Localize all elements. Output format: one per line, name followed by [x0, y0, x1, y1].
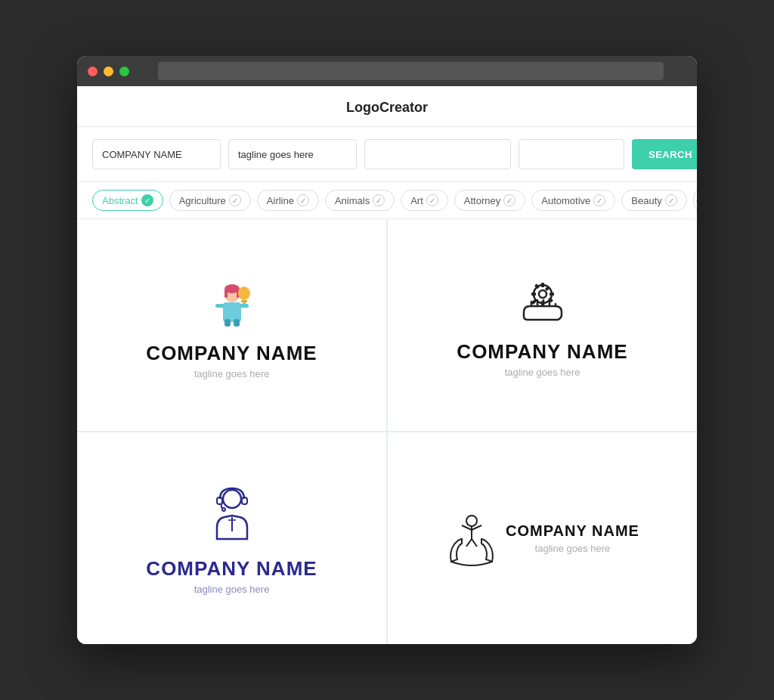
logo-card-4[interactable]: COMPANY NAME tagline goes here: [388, 432, 697, 644]
svg-rect-17: [531, 293, 536, 296]
svg-rect-0: [223, 302, 241, 322]
svg-rect-15: [541, 283, 544, 287]
agriculture-label: Agriculture: [179, 195, 226, 206]
category-automotive[interactable]: Automotive ✓: [531, 190, 615, 211]
agriculture-check-icon: ✓: [229, 194, 241, 206]
titlebar: [77, 56, 697, 86]
abstract-check-icon: ✓: [141, 194, 153, 206]
svg-point-14: [539, 290, 546, 298]
svg-rect-8: [243, 287, 245, 290]
tagline-input[interactable]: [228, 139, 357, 169]
category-bar: Abstract ✓ Agriculture ✓ Airline ✓ Anima…: [77, 182, 697, 219]
logo-grid: COMPANY NAME tagline goes here: [77, 219, 697, 644]
category-airline[interactable]: Airline ✓: [257, 190, 319, 211]
svg-line-38: [466, 539, 472, 547]
automotive-label: Automotive: [541, 195, 590, 206]
logo-1-tagline: tagline goes here: [194, 368, 270, 379]
art-label: Art: [410, 195, 423, 206]
svg-rect-18: [550, 293, 554, 296]
search-input-4[interactable]: [519, 139, 624, 169]
logo-1-company-name: COMPANY NAME: [146, 342, 317, 365]
category-abstract[interactable]: Abstract ✓: [92, 190, 163, 211]
category-animals[interactable]: Animals ✓: [325, 190, 395, 211]
minimize-button[interactable]: [104, 67, 113, 76]
search-button[interactable]: SEARCH: [632, 139, 697, 169]
animals-label: Animals: [335, 195, 370, 206]
airline-label: Airline: [267, 195, 294, 206]
svg-rect-9: [215, 304, 224, 308]
svg-rect-11: [224, 319, 231, 327]
svg-line-39: [472, 539, 477, 547]
logo-card-3[interactable]: COMPANY NAME tagline goes here: [77, 432, 386, 644]
abstract-label: Abstract: [102, 195, 138, 206]
girl-bell-icon: [202, 271, 262, 331]
logo-3-company-name: COMPANY NAME: [146, 557, 317, 581]
maximize-button[interactable]: [119, 67, 129, 76]
logo-4-text-block: COMPANY NAME tagline goes here: [506, 522, 639, 554]
animals-check-icon: ✓: [373, 194, 385, 206]
category-beauty[interactable]: Beauty ✓: [621, 190, 686, 211]
address-bar: [158, 62, 664, 80]
gear-hand-icon: [509, 273, 577, 330]
beauty-check-icon: ✓: [665, 194, 677, 206]
logo-2-tagline: tagline goes here: [505, 367, 580, 378]
category-agriculture[interactable]: Agriculture ✓: [169, 190, 251, 211]
logo-4-tagline: tagline goes here: [506, 543, 639, 554]
app-title: LogoCreator: [77, 86, 697, 127]
person-hands-icon: [445, 510, 498, 567]
logo-card-1[interactable]: COMPANY NAME tagline goes here: [77, 219, 386, 431]
svg-rect-22: [544, 286, 550, 291]
close-button[interactable]: [88, 67, 98, 76]
logo-3-tagline: tagline goes here: [194, 584, 270, 595]
beauty-label: Beauty: [631, 195, 661, 206]
attorney-label: Attorney: [464, 195, 500, 206]
category-attorney[interactable]: Attorney ✓: [454, 190, 525, 211]
svg-point-34: [466, 516, 477, 526]
airline-check-icon: ✓: [297, 194, 309, 206]
logo-card-2[interactable]: COMPANY NAME tagline goes here: [388, 219, 697, 431]
search-bar: SEARCH: [77, 127, 697, 182]
svg-point-28: [223, 490, 241, 508]
company-name-input[interactable]: [92, 139, 221, 169]
category-art[interactable]: Art ✓: [401, 190, 448, 211]
app-window: LogoCreator SEARCH Abstract ✓ Agricultur…: [77, 56, 697, 644]
headset-person-icon: [202, 482, 262, 547]
person-hands-icon-area: COMPANY NAME tagline goes here: [445, 510, 639, 567]
logo-2-company-name: COMPANY NAME: [457, 340, 627, 364]
category-next-arrow[interactable]: →: [693, 190, 697, 211]
attorney-check-icon: ✓: [503, 194, 515, 206]
app-title-text: LogoCreator: [346, 100, 428, 115]
svg-rect-12: [234, 319, 240, 327]
search-input-3[interactable]: [364, 139, 511, 169]
svg-point-31: [222, 508, 225, 511]
logo-4-company-name: COMPANY NAME: [506, 522, 639, 540]
automotive-check-icon: ✓: [593, 194, 605, 206]
art-check-icon: ✓: [426, 194, 438, 206]
svg-rect-3: [224, 289, 228, 298]
svg-rect-10: [240, 304, 249, 308]
